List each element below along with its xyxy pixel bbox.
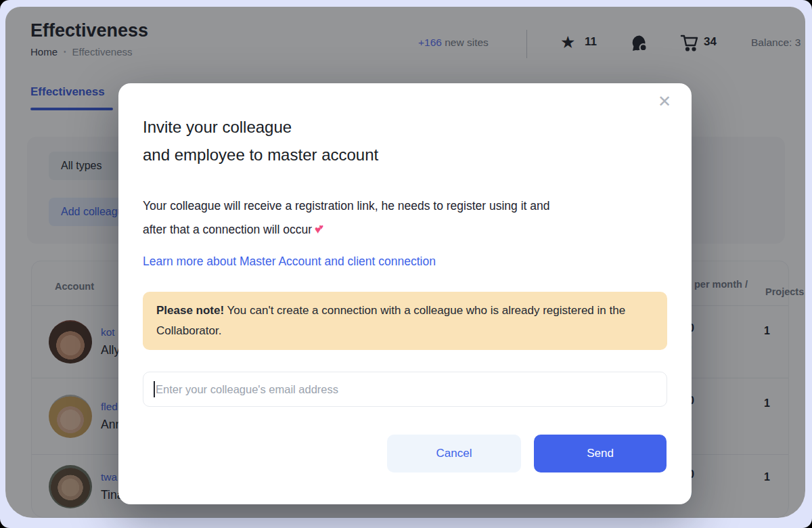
learn-more-link[interactable]: Learn more about Master Account and clie… bbox=[143, 255, 436, 269]
email-field-wrapper bbox=[143, 372, 667, 407]
cancel-button[interactable]: Cancel bbox=[387, 435, 521, 472]
modal-title: Invite your colleague and employee to ma… bbox=[143, 113, 378, 169]
app-canvas: Effectiveness Home • Effectiveness +166 … bbox=[0, 0, 812, 528]
text-caret bbox=[154, 381, 155, 397]
warning-note-text: You can't create a connection with a col… bbox=[156, 304, 625, 337]
warning-note-bold: Please note! bbox=[156, 304, 224, 317]
close-icon[interactable]: ✕ bbox=[654, 93, 675, 110]
email-field[interactable] bbox=[143, 372, 667, 407]
modal-description: Your colleague will receive a registrati… bbox=[143, 196, 677, 240]
revolving-hearts-icon: ♥♥ bbox=[315, 224, 321, 236]
warning-note: Please note! You can't create a connecti… bbox=[143, 292, 667, 350]
invite-colleague-modal: ✕ Invite your colleague and employee to … bbox=[118, 83, 692, 504]
send-button[interactable]: Send bbox=[534, 435, 667, 472]
